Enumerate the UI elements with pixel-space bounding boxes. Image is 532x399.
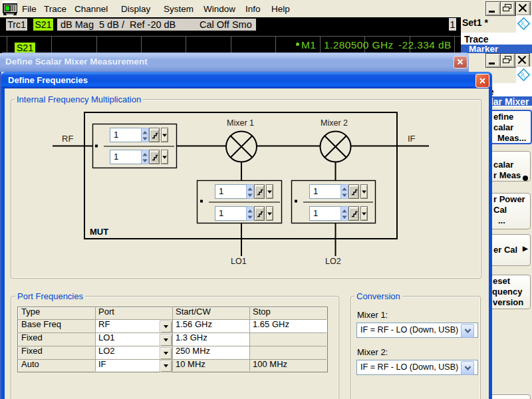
svg-text:s: s bbox=[524, 74, 526, 80]
svg-text:s: s bbox=[524, 23, 526, 29]
